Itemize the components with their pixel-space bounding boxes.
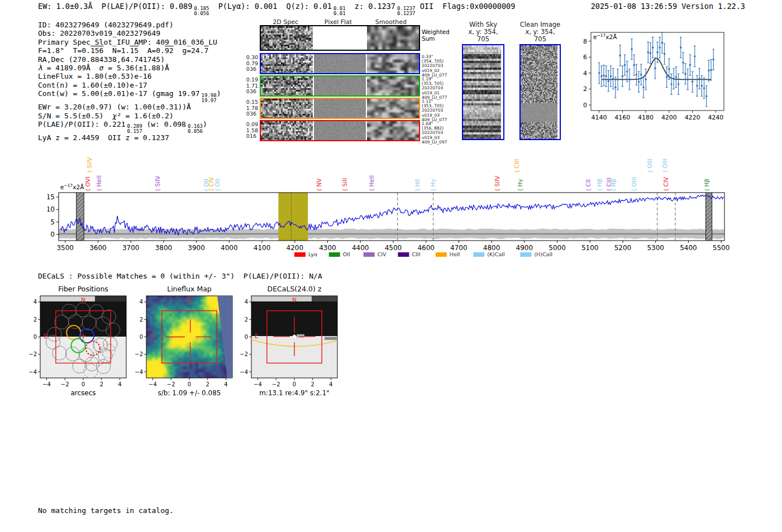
data-point [696,85,698,87]
data-point [666,76,667,78]
y-tick-label: 2 [140,317,143,323]
x-tick-label: 4400 [352,244,369,252]
spec2d-row-0-pixelflat-image [314,26,366,50]
line-id-label: ( NV [316,178,322,191]
compass-east: E [150,333,154,339]
x-tick-label: −2 [61,381,69,387]
line-id-label: ( OIII [631,177,637,191]
x-tick-label: 5300 [647,244,664,252]
info-text: Cont(n) = 1.60(±0.10)e-17 [38,81,147,89]
x-tick-label: 5500 [713,244,730,252]
spec2d-row-3: 0.151.780361.11"(353, 705)20220703v019_0… [260,98,420,119]
x-tick-label: 2 [311,381,314,387]
data-point [708,70,709,71]
decals-cutout-panel: −4−4−2−2002244DECaLS(24.0) zm:13.1 re:4.… [237,285,344,397]
compass-east: E [255,333,259,339]
x-tick-label: 5100 [581,244,599,252]
line-id-label: ( SiIV [86,157,93,172]
info-text: S/N = 5.5(±0.5) [38,112,112,120]
line-id-label: ( OVI [84,176,91,191]
image-artifact [325,337,337,340]
info-text: χ² [112,112,121,120]
fiber-positions-panel: −4−4−2−2002244Fiber PositionsarcsecsNE [26,285,133,397]
spec2d-row-4: 0.091.580161.64"(356, 882)20220703v019_0… [260,120,420,141]
with-sky-image [463,45,501,139]
data-point [675,76,677,78]
x-tick-label: 4220 [685,114,700,121]
units-label: e−17x2Å [60,183,84,190]
info-text: = 5.36(±1.88)Å [103,64,169,72]
spec2d-row-4-weights: 0.091.58016 [246,122,258,140]
data-point [598,72,600,74]
data-point [713,59,714,60]
spec2d-row-1: 0.300.790360.33"(354, 705)20220703v019_0… [260,53,420,74]
compass-north: N [187,296,192,303]
x-tick-label: 0 [293,381,296,387]
info-line-11: S/N = 5.5(±0.5) χ² = 1.6(±0.2) [38,112,221,120]
legend-swatch [294,252,306,257]
info-text: 156 [90,46,103,55]
x-tick-label: 5000 [549,244,566,252]
y-tick-label: 5 [50,218,55,226]
data-point [673,78,675,79]
data-point [642,87,644,88]
line-id-label: ( HeII [368,175,375,191]
header-text: OII Flags:0x00000009 [416,2,516,11]
data-point [610,75,612,77]
with-sky-image-frame [462,44,504,140]
detection-info-block: ID: 4023279649 (4023279649.pdf)Obs: 2022… [38,21,221,142]
y-tick-label: −4 [135,369,143,375]
y-tick-label: −4 [240,369,248,375]
info-line-1: ID: 4023279649 (4023279649.pdf) [38,21,221,29]
data-point [612,78,614,79]
legend-label: Lyα [308,251,317,257]
legend-label: CIII [412,251,420,257]
y-tick-label: 10 [47,205,55,213]
line-id-label: ( SiIV [154,175,161,191]
source-blob [293,334,296,338]
x-tick-label: −4 [149,381,157,387]
info-text: ID: 4023279649 (4023279649.pdf) [38,21,174,29]
x-tick-label: −4 [42,381,51,387]
info-line-6: λ = 4189.09Å σ = 5.36(±1.88)Å [38,64,221,72]
legend-swatch [520,252,531,257]
info-uncertainty: 19.9819.97 [202,93,217,103]
info-text: 15 [130,46,139,55]
y-tick-label: −2 [28,351,37,357]
legend-swatch [473,252,484,257]
masked-region [77,193,84,241]
info-text: Obs: 20220703v019_4023279649 [38,29,160,37]
data-point [633,64,635,66]
x-tick-label: 4600 [417,244,435,252]
x-tick-label: 4200 [661,114,677,121]
spec2d-row-4-meta: 1.64"(356, 882)20220703v019_03409_LU_097 [422,122,447,145]
info-text: EWr = 3.20(±0.97) (w: 1.00(±0.31))Å [38,103,191,111]
with-sky-coords: x, y: 354, 705 [462,28,504,43]
info-text: A=0. [139,46,165,55]
data-point [684,73,686,75]
emission-line-highlight-band [278,193,308,241]
image-strip-dark [312,296,337,301]
line-id-label: ( Hβ [610,179,617,191]
y-tick-label: 2 [245,317,248,323]
legend-label: (K)CaII [487,251,505,257]
line-id-label: ( Hβ [703,179,710,191]
x-tick-label: 4300 [319,244,336,252]
header-uncertainty: 0.1850.056 [194,6,209,16]
legend-swatch [329,252,340,257]
meta-line: 409_LU_097 [422,140,447,145]
x-tick-label: 3700 [122,244,140,252]
header-summary: EW: 1.0±0.3Å P(LAE)/P(OII): 0.0890.1850.… [38,2,515,16]
weight-value: 036 [246,111,258,117]
weight-value: 0.15 [246,99,258,106]
info-text: LyA z = 2.4459 OII z = 0.1237 [38,133,169,142]
spec2d-row-0-meta: WeightedSum [422,28,450,42]
data-point [701,85,703,87]
info-text: LineFlux = 1.80(±0.53)e-16 [38,72,152,80]
legend-label: OII [343,251,350,257]
y-tick-label: 6 [583,54,587,61]
line-id-label: ( Hβ [596,179,603,191]
x-tick-label: 3500 [56,244,74,252]
info-text: ) [203,120,207,128]
data-point [652,46,654,48]
